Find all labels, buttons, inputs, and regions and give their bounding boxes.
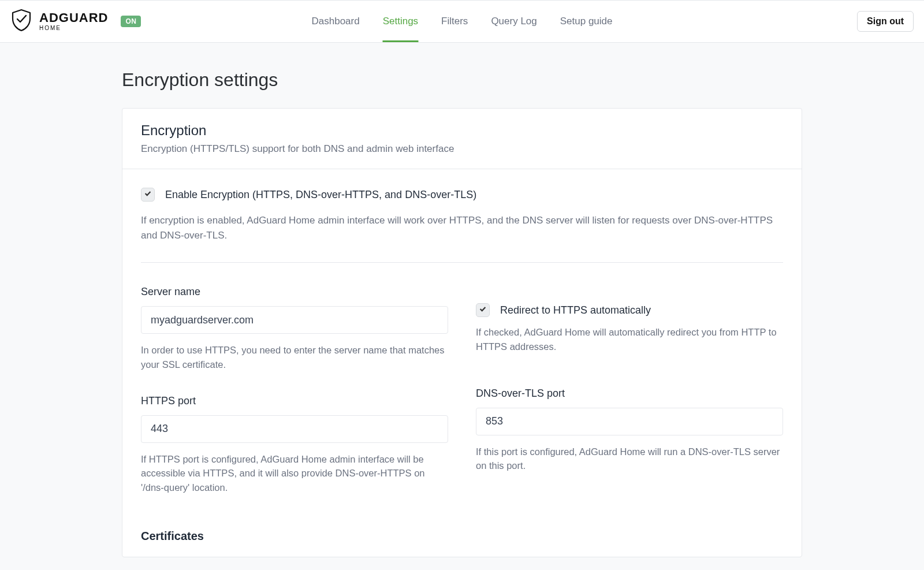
dot-port-group: DNS-over-TLS port If this port is config… <box>476 388 783 474</box>
sign-out-button[interactable]: Sign out <box>857 11 914 32</box>
nav-filters[interactable]: Filters <box>441 1 468 42</box>
enable-encryption-checkbox[interactable] <box>141 188 155 202</box>
brand[interactable]: ADGUARD HOME ON <box>10 8 141 35</box>
card-subtitle: Encryption (HTTPS/TLS) support for both … <box>141 143 783 155</box>
server-name-group: Server name In order to use HTTPS, you n… <box>141 286 448 372</box>
https-port-input[interactable] <box>141 415 448 443</box>
https-port-help: If HTTPS port is configured, AdGuard Hom… <box>141 452 448 495</box>
enable-encryption-help: If encryption is enabled, AdGuard Home a… <box>141 213 783 243</box>
redirect-group: Redirect to HTTPS automatically If check… <box>476 303 783 354</box>
status-badge: ON <box>121 16 141 27</box>
enable-encryption-label: Enable Encryption (HTTPS, DNS-over-HTTPS… <box>165 189 476 201</box>
card-header: Encryption Encryption (HTTPS/TLS) suppor… <box>122 109 802 169</box>
nav-settings[interactable]: Settings <box>383 1 418 42</box>
redirect-https-label: Redirect to HTTPS automatically <box>500 304 651 316</box>
card-title: Encryption <box>141 122 783 139</box>
nav-dashboard[interactable]: Dashboard <box>311 1 359 42</box>
main-nav: Dashboard Settings Filters Query Log Set… <box>311 1 612 42</box>
dot-port-input[interactable] <box>476 408 783 435</box>
brand-name: ADGUARD <box>39 12 108 24</box>
divider <box>141 262 783 263</box>
enable-encryption-row: Enable Encryption (HTTPS, DNS-over-HTTPS… <box>141 188 783 202</box>
server-name-label: Server name <box>141 286 448 298</box>
shield-check-icon <box>10 8 32 35</box>
server-name-help: In order to use HTTPS, you need to enter… <box>141 343 448 372</box>
brand-subtitle: HOME <box>39 25 108 31</box>
dot-port-help: If this port is configured, AdGuard Home… <box>476 445 783 474</box>
main-content: Encryption settings Encryption Encryptio… <box>90 43 834 570</box>
page-title: Encryption settings <box>122 69 802 91</box>
https-port-group: HTTPS port If HTTPS port is configured, … <box>141 395 448 495</box>
check-icon <box>144 189 152 200</box>
top-bar: ADGUARD HOME ON Dashboard Settings Filte… <box>0 0 924 43</box>
encryption-card: Encryption Encryption (HTTPS/TLS) suppor… <box>122 108 802 557</box>
check-icon <box>479 305 487 315</box>
nav-setup-guide[interactable]: Setup guide <box>560 1 613 42</box>
brand-text: ADGUARD HOME <box>39 12 108 31</box>
server-name-input[interactable] <box>141 306 448 334</box>
https-port-label: HTTPS port <box>141 395 448 407</box>
nav-query-log[interactable]: Query Log <box>491 1 536 42</box>
redirect-https-checkbox[interactable] <box>476 303 490 317</box>
redirect-https-help: If checked, AdGuard Home will automatica… <box>476 325 783 354</box>
certificates-title: Certificates <box>141 530 783 543</box>
card-body: Enable Encryption (HTTPS, DNS-over-HTTPS… <box>122 169 802 557</box>
dot-port-label: DNS-over-TLS port <box>476 388 783 400</box>
